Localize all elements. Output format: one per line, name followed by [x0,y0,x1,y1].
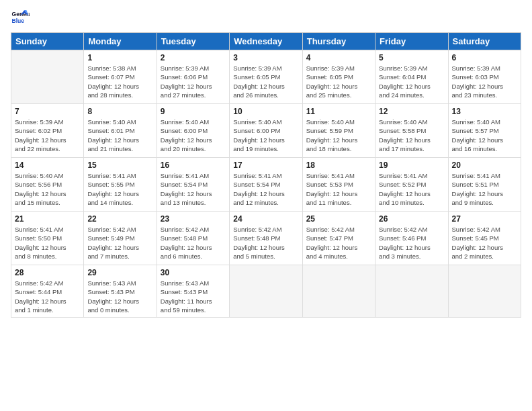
cell-info-line: and 18 minutes. [306,144,371,153]
cell-info-line: and 22 minutes. [15,144,80,153]
calendar-cell: 15Sunrise: 5:41 AMSunset: 5:55 PMDayligh… [84,158,157,212]
cell-info-line: Sunset: 5:54 PM [161,180,226,189]
cell-info-line: Daylight: 12 hours [87,189,152,198]
day-header-sunday: Sunday [11,33,84,50]
cell-info-line: Sunrise: 5:41 AM [87,171,152,180]
cell-info: Sunrise: 5:42 AMSunset: 5:46 PMDaylight:… [379,225,444,261]
calendar-cell: 16Sunrise: 5:41 AMSunset: 5:54 PMDayligh… [157,158,229,212]
calendar-cell [448,265,521,318]
calendar-cell [230,265,302,318]
cell-info-line: Sunset: 6:01 PM [87,126,152,135]
cell-info-line: Sunset: 5:44 PM [15,287,80,296]
cell-info-line: Daylight: 12 hours [379,243,444,252]
calendar-cell: 11Sunrise: 5:40 AMSunset: 5:59 PMDayligh… [302,104,375,158]
cell-info-line: Sunrise: 5:39 AM [161,64,226,73]
cell-info-line: and 3 minutes. [379,252,444,261]
cell-info: Sunrise: 5:40 AMSunset: 6:01 PMDaylight:… [87,118,152,153]
calendar-cell: 29Sunrise: 5:43 AMSunset: 5:43 PMDayligh… [84,265,157,318]
day-number: 11 [306,107,371,116]
cell-info-line: and 10 minutes. [379,198,444,207]
cell-info-line: Sunset: 5:50 PM [15,234,80,242]
day-header-wednesday: Wednesday [230,33,302,50]
cell-info-line: and 0 minutes. [87,306,152,314]
cell-info-line: Sunrise: 5:38 AM [87,64,152,73]
day-number: 28 [15,268,80,277]
cell-info: Sunrise: 5:40 AMSunset: 6:00 PMDaylight:… [161,118,226,153]
cell-info-line: Daylight: 12 hours [15,243,80,252]
cell-info-line: Daylight: 12 hours [452,82,517,91]
cell-info-line: and 26 minutes. [233,91,298,99]
logo: General Blue [11,8,30,27]
calendar-cell: 30Sunrise: 5:43 AMSunset: 5:43 PMDayligh… [157,265,229,318]
cell-info-line: Sunrise: 5:41 AM [379,171,444,180]
day-number: 14 [15,161,80,170]
day-header-monday: Monday [84,33,157,50]
day-number: 3 [233,53,298,62]
cell-info: Sunrise: 5:43 AMSunset: 5:43 PMDaylight:… [161,279,226,314]
cell-info-line: Daylight: 12 hours [379,136,444,144]
day-number: 29 [87,268,152,277]
cell-info-line: Sunrise: 5:40 AM [452,118,517,126]
cell-info-line: Sunrise: 5:40 AM [379,118,444,126]
cell-info: Sunrise: 5:39 AMSunset: 6:02 PMDaylight:… [15,118,80,153]
cell-info-line: Daylight: 12 hours [306,82,371,91]
cell-info-line: Sunrise: 5:42 AM [15,279,80,287]
calendar-cell: 25Sunrise: 5:42 AMSunset: 5:47 PMDayligh… [302,212,375,265]
cell-info-line: Sunrise: 5:40 AM [161,118,226,126]
cell-info-line: Sunset: 5:47 PM [306,234,371,242]
cell-info-line: Sunset: 5:46 PM [379,234,444,242]
cell-info-line: Sunset: 5:43 PM [87,287,152,296]
cell-info: Sunrise: 5:40 AMSunset: 6:00 PMDaylight:… [233,118,298,153]
days-header-row: SundayMondayTuesdayWednesdayThursdayFrid… [11,33,521,50]
day-header-saturday: Saturday [448,33,521,50]
cell-info: Sunrise: 5:39 AMSunset: 6:05 PMDaylight:… [306,64,371,99]
cell-info-line: Daylight: 12 hours [233,243,298,252]
week-row-0: 1Sunrise: 5:38 AMSunset: 6:07 PMDaylight… [11,50,521,104]
day-number: 1 [87,53,152,62]
cell-info: Sunrise: 5:41 AMSunset: 5:50 PMDaylight:… [15,225,80,261]
week-row-1: 7Sunrise: 5:39 AMSunset: 6:02 PMDaylight… [11,104,521,158]
cell-info-line: Sunrise: 5:41 AM [233,171,298,180]
cell-info-line: Sunset: 6:06 PM [161,73,226,81]
cell-info-line: and 7 minutes. [87,252,152,261]
day-number: 10 [233,107,298,116]
calendar-cell: 4Sunrise: 5:39 AMSunset: 6:05 PMDaylight… [302,50,375,104]
day-number: 8 [87,107,152,116]
cell-info-line: Sunrise: 5:41 AM [306,171,371,180]
cell-info-line: Daylight: 12 hours [379,189,444,198]
calendar-cell: 22Sunrise: 5:42 AMSunset: 5:49 PMDayligh… [84,212,157,265]
cell-info-line: Daylight: 12 hours [161,82,226,91]
calendar-cell [375,265,448,318]
calendar-cell: 8Sunrise: 5:40 AMSunset: 6:01 PMDaylight… [84,104,157,158]
day-number: 9 [161,107,226,116]
cell-info-line: and 17 minutes. [379,144,444,153]
cell-info: Sunrise: 5:40 AMSunset: 5:57 PMDaylight:… [452,118,517,153]
cell-info: Sunrise: 5:41 AMSunset: 5:54 PMDaylight:… [233,171,298,207]
cell-info-line: and 15 minutes. [15,198,80,207]
cell-info-line: Sunrise: 5:42 AM [233,225,298,234]
cell-info: Sunrise: 5:39 AMSunset: 6:05 PMDaylight:… [233,64,298,99]
calendar-cell: 18Sunrise: 5:41 AMSunset: 5:53 PMDayligh… [302,158,375,212]
day-number: 6 [452,53,517,62]
cell-info-line: Sunset: 5:43 PM [161,287,226,296]
cell-info-line: and 4 minutes. [306,252,371,261]
cell-info-line: Daylight: 12 hours [15,189,80,198]
cell-info: Sunrise: 5:42 AMSunset: 5:45 PMDaylight:… [452,225,517,261]
cell-info-line: Daylight: 12 hours [306,243,371,252]
calendar-cell: 6Sunrise: 5:39 AMSunset: 6:03 PMDaylight… [448,50,521,104]
cell-info-line: and 19 minutes. [233,144,298,153]
cell-info-line: Sunrise: 5:41 AM [452,171,517,180]
cell-info-line: Daylight: 12 hours [306,189,371,198]
cell-info-line: Sunset: 6:02 PM [15,126,80,135]
cell-info-line: and 21 minutes. [87,144,152,153]
day-header-friday: Friday [375,33,448,50]
cell-info-line: and 8 minutes. [15,252,80,261]
cell-info-line: Daylight: 12 hours [306,136,371,144]
cell-info-line: Sunset: 5:53 PM [306,180,371,189]
cell-info-line: Sunrise: 5:42 AM [452,225,517,234]
cell-info-line: Sunrise: 5:39 AM [15,118,80,126]
cell-info-line: Sunset: 6:07 PM [87,73,152,81]
cell-info: Sunrise: 5:41 AMSunset: 5:51 PMDaylight:… [452,171,517,207]
cell-info-line: Sunrise: 5:40 AM [87,118,152,126]
cell-info-line: Daylight: 12 hours [87,82,152,91]
